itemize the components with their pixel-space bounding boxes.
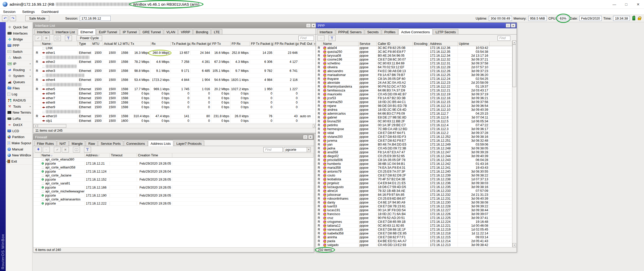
tab-eoip-tunnel[interactable]: EoIP Tunnel bbox=[96, 29, 120, 34]
column-header-type[interactable]: Type bbox=[78, 42, 91, 46]
column-header-name[interactable]: Name/ bbox=[41, 42, 78, 46]
scroll-down-icon[interactable]: ▾ bbox=[512, 243, 516, 247]
tab-vrrp[interactable]: VRRP bbox=[178, 29, 193, 34]
table-row[interactable]: pgcorte172.16.12.190Feb/29/2020 19:26:05 bbox=[33, 194, 314, 198]
comment-row[interactable]: ;;;api_corte_william358 bbox=[33, 166, 314, 170]
table-row[interactable]: RjuremapppoeC8:E7:D8:62:F8:E7172.16.12.2… bbox=[316, 139, 513, 143]
table-row[interactable]: Rademircarlospppoe64:66:B3:C7:F6:09172.1… bbox=[316, 112, 513, 116]
sidebar-item-dot1x[interactable]: Dot1X bbox=[6, 122, 32, 128]
close-icon[interactable]: ✕ bbox=[311, 23, 316, 28]
scrollbar-thumb[interactable] bbox=[38, 124, 66, 128]
enable-button[interactable]: ✔ bbox=[35, 35, 42, 41]
table-row[interactable]: Rpriscila506pppoeC8:3A:35:05:DF:78172.16… bbox=[316, 158, 513, 162]
column-header-flag[interactable] bbox=[33, 42, 41, 46]
tab-interface-list[interactable]: Interface List bbox=[53, 29, 77, 34]
vertical-scrollbar[interactable]: ▴ ▾ bbox=[512, 40, 516, 247]
column-header-fp-rx-packet-p-s-[interactable]: FP Rx Packet (p/s) bbox=[274, 42, 299, 46]
disable-button[interactable]: ✖ bbox=[43, 35, 50, 41]
table-row[interactable]: Raline14pppoe78:32:1B:4B:34:AE172.16.12.… bbox=[316, 189, 513, 193]
column-header-flag[interactable] bbox=[33, 153, 40, 158]
power-cycle-button[interactable]: Power Cycle bbox=[77, 35, 102, 41]
sidebar-item-exit[interactable]: Exit bbox=[6, 158, 32, 165]
table-row[interactable]: Rtatiana12pppoe0C:80:63:11:92:65172.16.1… bbox=[316, 224, 513, 228]
undo-button[interactable]: ↶ bbox=[2, 15, 8, 21]
table-row[interactable]: pgcorte172.16.12.166Feb/29/2020 19:26:05 bbox=[33, 186, 314, 190]
tab-interface[interactable]: Interface bbox=[34, 29, 53, 34]
column-header-flag[interactable] bbox=[490, 42, 512, 46]
table-row[interactable]: ◀▶ether7Ethernet1500150015980 bps0 bps00… bbox=[33, 96, 317, 101]
comment-row[interactable]: ;;; bbox=[33, 64, 317, 69]
table-row[interactable]: RaninhapppoeC8:E7:D8:62:F7:F1172.16.12.2… bbox=[316, 235, 513, 239]
sidebar-item-system[interactable]: System▸ bbox=[6, 73, 32, 79]
table-row[interactable]: Rluizaugustopppoe18:D6:C7:59:4D:D5172.16… bbox=[316, 185, 513, 189]
tab-ethernet[interactable]: Ethernet bbox=[78, 29, 96, 35]
tab-active-connections[interactable]: Active Connections bbox=[398, 29, 432, 35]
sidebar-item-ip[interactable]: IP▸ bbox=[6, 61, 32, 67]
scrollbar-thumb[interactable] bbox=[512, 45, 516, 87]
table-row[interactable]: Rfranciscopppoe18:0D:2C:71:6A:B4172.16.1… bbox=[316, 212, 513, 216]
tab-connections[interactable]: Connections bbox=[124, 141, 148, 146]
table-row[interactable]: RrobsonlinharespppoeC0:25:E9:6D:B6:87172… bbox=[316, 197, 513, 201]
table-row[interactable]: Rantonio79pppoeC0:25:E9:7A:07:3F172.16.1… bbox=[316, 170, 513, 174]
scroll-up-icon[interactable]: ▴ bbox=[512, 40, 516, 44]
find-input[interactable]: Find bbox=[263, 147, 283, 152]
sidebar-item-lcd[interactable]: LCD bbox=[6, 128, 32, 134]
table-row[interactable]: pgcorte172.16.12.152Feb/29/2020 19:26:05 bbox=[33, 178, 314, 182]
sidebar-item-interfaces[interactable]: Interfaces bbox=[6, 30, 32, 37]
tab-interface[interactable]: Interface bbox=[317, 29, 335, 34]
table-row[interactable]: pgcorte172.16.12.222Feb/29/2020 19:26:05 bbox=[33, 202, 314, 206]
table-row[interactable]: RjadnapppoeC0:A5:DD:09:72:3B172.16.12.24… bbox=[316, 147, 513, 150]
enable-button[interactable]: ✔ bbox=[54, 147, 61, 153]
tab-l2tp-secrets[interactable]: L2TP Secrets bbox=[433, 29, 459, 34]
add-button[interactable]: + bbox=[35, 147, 42, 153]
maximize-icon[interactable]: □ bbox=[506, 23, 510, 28]
tab-mangle[interactable]: Mangle bbox=[69, 141, 85, 146]
table-row[interactable]: Rluan53pppoeC8:E7:D8:7B:23:61172.16.12.2… bbox=[316, 205, 513, 208]
table-row[interactable]: Rcruzpppoe90:F6:52:AD:20:51172.16.12.225… bbox=[316, 216, 513, 220]
firewall-titlebar[interactable]: Firewall □ ✕ bbox=[33, 134, 314, 140]
list-filter-dropdown[interactable]: pgcorte ▼ bbox=[284, 147, 311, 152]
comment-row[interactable]: ;;;api_corte_Jaciane bbox=[33, 174, 314, 178]
sidebar-item-files[interactable]: Files bbox=[6, 85, 32, 91]
menu-dashboard[interactable]: Dashboard bbox=[42, 10, 59, 14]
table-row[interactable]: Rjcsr53pppoeF8:1A:67:B2:3D:3B172.16.112.… bbox=[316, 96, 513, 100]
sidebar-item-partition[interactable]: Partition bbox=[6, 134, 32, 140]
table-row[interactable]: R◀▶ether2Ethernet15001500159878.2 Mbps4.… bbox=[33, 60, 317, 64]
disable-button[interactable]: ✖ bbox=[62, 147, 69, 153]
tab-nat[interactable]: NAT bbox=[57, 141, 69, 146]
table-row[interactable]: RcoutopppoeC8:E7:D8:62:D9:2F172.16.12.23… bbox=[316, 174, 513, 177]
close-icon[interactable]: ✕ bbox=[511, 23, 516, 28]
maximize-icon[interactable]: □ bbox=[620, 0, 632, 9]
redo-button[interactable]: ↷ bbox=[10, 15, 16, 21]
table-row[interactable]: Rquezia250pppoe3C:8C:F8:80:E8:F7172.16.1… bbox=[316, 50, 513, 54]
table-row[interactable]: Rhermesjosepppoe7C:8B:CA:AB:12:BD172.16.… bbox=[316, 127, 513, 131]
column-header-l2-mtu[interactable]: L2 MTU bbox=[117, 42, 129, 46]
table-row[interactable]: RsalgadopppoeC0:A5:DD:13:E2:93172.16.12.… bbox=[316, 243, 513, 247]
table-row[interactable]: Rfamiliasouzapppoe64:66:B3:7A:37:D9172.1… bbox=[316, 89, 513, 92]
column-header-poe-out[interactable]: PoE Out bbox=[299, 42, 313, 46]
column-header-tx[interactable]: Tx bbox=[129, 42, 151, 46]
table-row[interactable]: Rlaryssa08pppoeB0:4E:26:54:96:05172.16.1… bbox=[316, 54, 513, 58]
table-row[interactable]: Rschettinopppoe0C:80:63:11:B4:69172.16.1… bbox=[316, 62, 513, 65]
tab-raw[interactable]: Raw bbox=[86, 141, 97, 146]
tab-filter-rules[interactable]: Filter Rules bbox=[34, 141, 56, 146]
comment-row[interactable]: ;;; bbox=[33, 109, 317, 114]
filter-button[interactable] bbox=[329, 35, 336, 41]
table-row[interactable]: Rhumbertopppoe38:6B:1C:04:94:B1172.16.12… bbox=[316, 162, 513, 166]
table-row[interactable]: R◀▶ether5Ethernet15001500159817.7 Mbps96… bbox=[33, 87, 317, 91]
table-row[interactable]: Rpetinhopppoe00:1A:3F:29:BE:C7172.16.112… bbox=[316, 123, 513, 127]
menu-settings[interactable]: Settings bbox=[22, 10, 35, 14]
column-header-name[interactable]: Name bbox=[322, 42, 358, 46]
table-row[interactable]: RcrisgomespppoeC8:E7:D8:65:99:1B172.16.1… bbox=[316, 220, 513, 224]
tab-service-ports[interactable]: Service Ports bbox=[98, 141, 123, 146]
sidebar-item-bridge[interactable]: Bridge bbox=[6, 36, 32, 43]
column-header-timeout[interactable]: Timeout bbox=[110, 153, 137, 158]
chevron-down-icon[interactable]: ▼ bbox=[307, 147, 311, 152]
table-row[interactable]: RyanpppoeB0:48:7A:B4:DD:E5172.16.12.2490… bbox=[316, 143, 513, 147]
table-row[interactable]: Rmarina250pppoe18:0D:2C:B5:44:C1172.16.1… bbox=[316, 100, 513, 104]
sidebar-item-new-winbox[interactable]: New WinBox bbox=[6, 152, 32, 158]
table-row[interactable]: pgcorte172.16.12.124Feb/29/2020 19:26:04 bbox=[33, 170, 314, 174]
table-row[interactable]: Rana358pppoeF8:1A:67:E3:A7:47172.16.12.2… bbox=[316, 150, 513, 154]
column-header-tx-packet-p-s-[interactable]: Tx Packet (p/s) bbox=[171, 42, 191, 46]
table-row[interactable]: RthayanepppoeC8:3A:35:05:DF:60172.16.112… bbox=[316, 77, 513, 81]
